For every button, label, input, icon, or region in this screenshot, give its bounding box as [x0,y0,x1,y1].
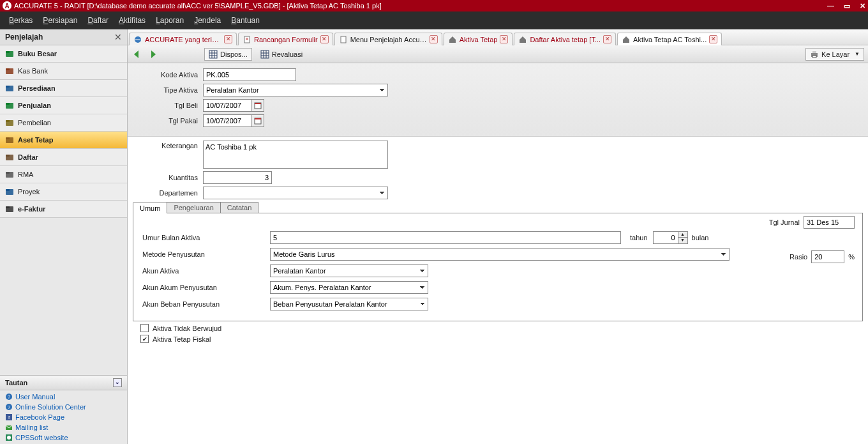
link-mailing-list[interactable]: Mailing list [4,422,123,433]
tgl-jurnal-input[interactable] [804,216,855,229]
tab-pengeluaran[interactable]: Pengeluaran [167,202,220,213]
departemen-select[interactable] [203,187,388,199]
menu-aktifitas[interactable]: Aktifitas [115,13,149,27]
doc-tab-label: Daftar Aktiva tetap [T... [530,36,601,43]
link-facebook-page[interactable]: fFacebook Page [4,412,123,422]
menu-persiapan[interactable]: Persiapan [39,13,81,27]
tab-umum[interactable]: Umum [133,203,167,213]
tab-catatan[interactable]: Catatan [220,202,259,213]
akun-aktiva-label: Akun Aktiva [142,267,270,275]
link-label: Facebook Page [15,413,64,421]
sidebar-item-e-faktur[interactable]: e-Faktur [0,201,127,218]
folder-icon [5,49,14,58]
tab-close-icon[interactable]: ✕ [224,35,232,43]
sidebar-item-label: RMA [18,171,33,178]
tgl-beli-calendar-button[interactable] [251,99,264,112]
doc-tab[interactable]: Aktiva Tetap AC Toshi... ✕ [617,33,722,46]
sidebar-item-penjualan[interactable]: Penjualan [0,97,127,114]
close-button[interactable]: ✕ [860,2,865,10]
home-icon [448,35,457,44]
sidebar-item-persediaan[interactable]: Persediaan [0,80,127,97]
document-tabs: ACCURATE yang terinstall t... ✕ Rancanga… [128,29,868,45]
tgl-beli-input[interactable] [203,99,251,112]
sidebar-item-buku-besar[interactable]: Buku Besar [0,45,127,63]
folder-icon [5,153,14,162]
dispose-button[interactable]: Dispos... [204,48,252,61]
akun-akum-select[interactable]: Akum. Penys. Peralatan Kantor [270,281,428,294]
tgl-pakai-input[interactable] [203,114,251,127]
sidebar-item-proyek[interactable]: Proyek [0,183,127,201]
explorer-close-icon[interactable]: ✕ [114,32,122,42]
doc-tab[interactable]: Aktiva Tetap ✕ [444,33,513,46]
sidebar-item-kas-bank[interactable]: Kas Bank [0,63,127,80]
tautan-title: Tautan [5,379,27,387]
sidebar-item-rma[interactable]: RMA [0,166,127,183]
akun-aktiva-select[interactable]: Peralatan Kantor [270,264,428,277]
sidebar-item-daftar[interactable]: Daftar [0,149,127,166]
umur-bulan-input[interactable] [653,231,678,244]
akun-beban-select[interactable]: Beban Penyusutan Peralatan Kantor [270,298,428,310]
dispose-label: Dispos... [220,50,248,58]
tab-close-icon[interactable]: ✕ [603,35,611,43]
tab-close-icon[interactable]: ✕ [709,35,717,43]
metode-select[interactable]: Metode Garis Lurus [270,248,730,261]
menu-berkas[interactable]: Berkas [5,13,36,27]
menu-daftar[interactable]: Daftar [84,13,112,27]
nav-back-button[interactable] [131,49,143,60]
nav-forward-button[interactable] [147,49,158,60]
doc-tab[interactable]: Rancangan Formulir ✕ [238,33,333,46]
kode-aktiva-input[interactable] [203,68,296,81]
menu-laporan[interactable]: Laporan [152,13,188,27]
tgl-pakai-calendar-button[interactable] [251,114,264,127]
ke-layar-button[interactable]: Ke Layar ▼ [805,48,864,61]
sidebar-item-aset-tetap[interactable]: Aset Tetap [0,132,127,149]
menu-jendela[interactable]: Jendela [190,13,225,27]
umur-bulan-spinner[interactable]: ▲▼ [678,231,688,244]
link-user-manual[interactable]: ?User Manual [4,392,123,402]
printer-icon [810,50,819,59]
sidebar-item-pembelian[interactable]: Pembelian [0,114,127,132]
link-online-solution-center[interactable]: ?Online Solution Center [4,402,123,412]
maximize-button[interactable]: ▭ [844,2,850,10]
svg-rect-11 [6,137,10,139]
rasio-unit: % [848,253,855,261]
tab-close-icon[interactable]: ✕ [500,35,508,43]
tab-close-icon[interactable]: ✕ [320,35,329,43]
tautan-header[interactable]: Tautan ⌄ [0,375,127,390]
intangible-label: Aktiva Tidak Berwujud [153,325,221,332]
revaluate-button[interactable]: Revaluasi [256,48,307,61]
spin-up-icon[interactable]: ▲ [678,232,687,238]
link-label: User Manual [15,393,55,401]
fiskal-checkbox[interactable]: ✔ [140,335,149,343]
link-cpssoft-website[interactable]: CPSSoft website [4,433,123,443]
kuantitas-input[interactable] [203,171,272,184]
revaluate-label: Revaluasi [272,50,303,58]
umur-tahun-input[interactable] [270,231,621,244]
link-icon [5,434,13,441]
intangible-checkbox[interactable] [140,324,149,332]
spin-down-icon[interactable]: ▼ [678,238,687,243]
sidebar: Penjelajah ✕ Buku BesarKas BankPersediaa… [0,29,128,444]
link-icon [5,424,13,431]
akun-akum-label: Akun Akum Penyusutan [142,284,270,291]
sidebar-item-label: Pembelian [18,119,51,126]
svg-rect-19 [6,206,10,208]
sidebar-item-label: e-Faktur [18,205,45,213]
tipe-aktiva-select[interactable]: Peralatan Kantor [203,84,388,96]
doc-tab[interactable]: Menu Penjelajah Accur... ✕ [334,33,442,46]
tab-close-icon[interactable]: ✕ [430,35,438,43]
home-icon [518,35,527,44]
sidebar-item-label: Penjualan [18,102,51,109]
svg-rect-33 [341,36,346,43]
doc-tab-label: ACCURATE yang terinstall t... [145,36,221,43]
minimize-button[interactable]: — [827,2,834,10]
doc-tab[interactable]: Daftar Aktiva tetap [T... ✕ [514,33,616,46]
keterangan-label: Keterangan [133,141,203,149]
keterangan-input[interactable]: AC Toshiba 1 pk [203,141,388,169]
chevron-down-icon[interactable]: ⌄ [113,378,122,387]
doc-tab[interactable]: ACCURATE yang terinstall t... ✕ [129,33,237,46]
rasio-input [811,250,844,263]
folder-icon [5,170,14,179]
folder-icon [5,187,14,196]
menu-bantuan[interactable]: Bantuan [227,13,264,27]
